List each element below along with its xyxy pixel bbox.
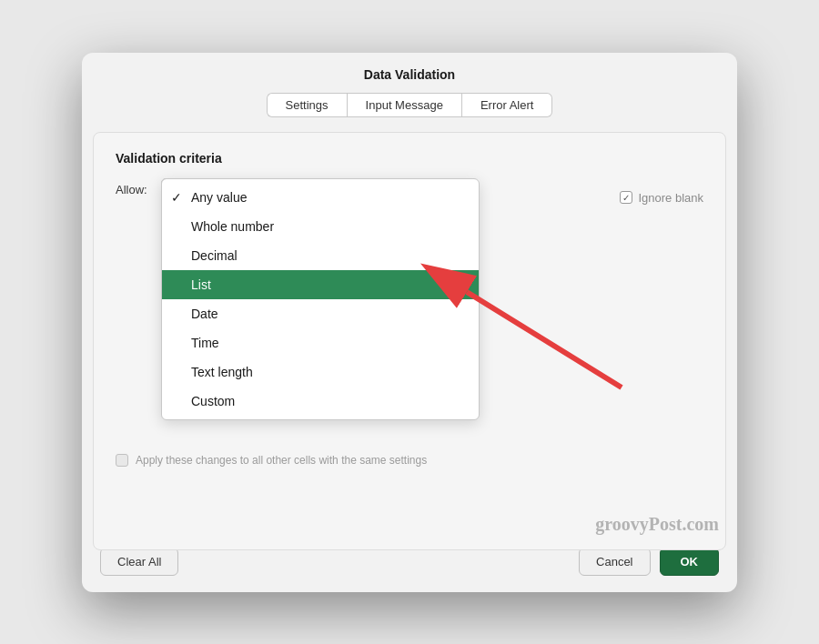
dialog-title: Data Validation [82,53,737,93]
ignore-blank-row: ✓ Ignore blank [620,191,703,205]
ignore-blank-label: Ignore blank [638,191,703,205]
dropdown-item-list[interactable]: List [162,270,479,299]
ok-button[interactable]: OK [660,548,720,576]
dropdown-item-time[interactable]: Time [162,328,479,357]
data-validation-dialog: Data Validation Settings Input Message E… [82,53,737,592]
tab-settings[interactable]: Settings [267,93,347,117]
watermark: groovyPost.com [595,514,719,534]
allow-field-row: Allow: Any value Any value Whole number … [116,178,703,201]
apply-row: Apply these changes to all other cells w… [116,443,703,467]
tab-error-alert[interactable]: Error Alert [462,93,553,117]
dropdown-item-any-value[interactable]: Any value [162,183,479,212]
dropdown-item-custom[interactable]: Custom [162,387,479,416]
allow-dropdown[interactable]: Any value Any value Whole number Decimal… [161,178,307,201]
dropdown-item-whole-number[interactable]: Whole number [162,212,479,241]
section-title: Validation criteria [116,151,703,166]
tab-input-message[interactable]: Input Message [347,93,462,117]
ignore-blank-checkbox[interactable]: ✓ [620,191,632,204]
tab-bar: Settings Input Message Error Alert [82,93,737,132]
allow-label: Allow: [116,183,161,196]
footer-right-buttons: Cancel OK [579,548,719,576]
clear-all-button[interactable]: Clear All [100,548,178,576]
watermark-container: groovyPost.com [82,514,737,535]
cancel-button[interactable]: Cancel [579,548,650,576]
apply-label: Apply these changes to all other cells w… [136,454,427,467]
apply-checkbox[interactable] [116,454,128,467]
dropdown-item-decimal[interactable]: Decimal [162,241,479,270]
dropdown-item-text-length[interactable]: Text length [162,357,479,387]
dialog-body: Validation criteria Allow: Any value Any… [93,132,726,550]
dropdown-item-date[interactable]: Date [162,299,479,328]
dropdown-menu: Any value Whole number Decimal List Date [161,178,480,420]
